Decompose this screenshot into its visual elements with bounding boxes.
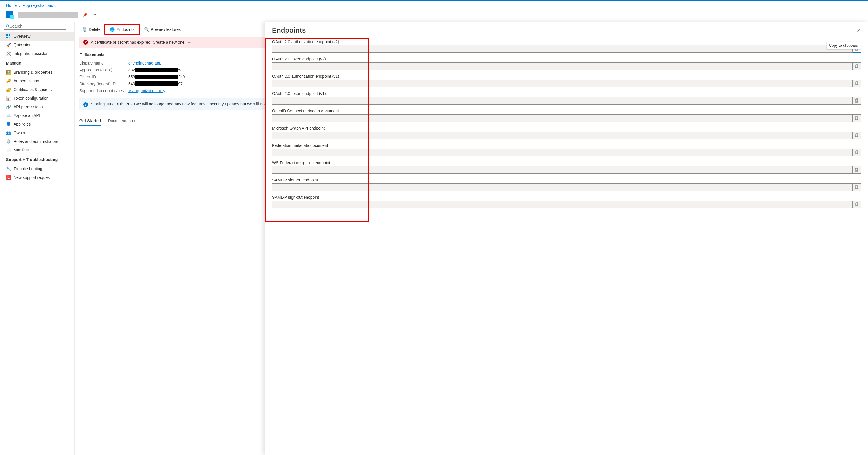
api-perm-icon: 🔗	[6, 104, 11, 109]
endpoint-input[interactable]	[272, 45, 853, 53]
sidebar-item-authentication[interactable]: 🔑Authentication	[0, 76, 74, 85]
copy-button[interactable]	[853, 184, 861, 191]
copy-button[interactable]	[853, 166, 861, 174]
copy-button[interactable]	[853, 97, 861, 104]
copy-button[interactable]	[853, 149, 861, 156]
troubleshoot-icon: 🔧	[6, 166, 11, 171]
endpoint-input[interactable]	[272, 80, 853, 87]
sidebar-item-support-request[interactable]: 🆘New support request	[0, 173, 74, 182]
section-manage-header: Manage	[0, 58, 74, 67]
endpoint-label: WS-Federation sign-on endpoint	[272, 160, 861, 165]
copy-icon	[855, 116, 859, 120]
copy-icon	[855, 98, 859, 103]
endpoint-group: OAuth 2.0 authorization endpoint (v2)	[272, 39, 861, 53]
endpoint-group: SAML-P sign-out endpoint	[272, 195, 861, 208]
breadcrumb-app-registrations[interactable]: App registrations	[23, 3, 53, 8]
sidebar-item-label: Manifest	[13, 148, 29, 152]
copy-icon	[855, 185, 859, 190]
chevron-right-icon: ›	[19, 3, 21, 8]
search-box[interactable]	[4, 23, 66, 30]
content-area: 🗑️Delete 🌐Endpoints 🔍Preview features ✕ …	[75, 22, 868, 455]
svg-point-0	[6, 25, 9, 27]
breadcrumb: Home › App registrations ›	[0, 1, 868, 10]
section-support-header: Support + Troubleshooting	[0, 154, 74, 163]
endpoint-label: OAuth 2.0 authorization endpoint (v1)	[272, 74, 861, 78]
svg-rect-5	[9, 37, 10, 38]
copy-button[interactable]	[853, 132, 861, 139]
preview-label: Preview features	[151, 27, 181, 32]
breadcrumb-home[interactable]: Home	[6, 3, 17, 8]
endpoint-label: OAuth 2.0 token endpoint (v2)	[272, 57, 861, 61]
copy-button[interactable]	[853, 201, 861, 208]
sidebar-item-label: App roles	[13, 122, 31, 126]
search-input[interactable]	[9, 24, 64, 29]
sidebar-item-certificates[interactable]: 🔐Certificates & secrets	[0, 85, 74, 94]
sidebar-item-app-roles[interactable]: 👤App roles	[0, 120, 74, 128]
sidebar-item-label: Roles and administrators	[13, 139, 58, 144]
divider	[5, 163, 69, 163]
endpoint-input[interactable]	[272, 114, 853, 122]
sidebar-item-integration[interactable]: 🛠️ Integration assistant	[0, 49, 74, 58]
sidebar-item-roles-admin[interactable]: 🛡️Roles and administrators	[0, 137, 74, 146]
sidebar-item-token[interactable]: 📊Token configuration	[0, 94, 74, 102]
pin-icon[interactable]: 📌	[83, 12, 88, 17]
endpoint-group: OAuth 2.0 authorization endpoint (v1)	[272, 74, 861, 87]
svg-rect-2	[6, 34, 8, 36]
overview-icon	[6, 34, 11, 39]
trash-icon: 🗑️	[82, 27, 87, 32]
expose-icon: ☁️	[6, 113, 11, 118]
info-icon: i	[83, 102, 88, 107]
copy-icon	[855, 150, 859, 155]
collapse-sidebar-icon[interactable]: «	[69, 24, 71, 29]
endpoint-label: OAuth 2.0 authorization endpoint (v2)	[272, 39, 861, 44]
app-icon	[6, 11, 13, 18]
copy-icon	[855, 202, 859, 207]
sidebar-item-quickstart[interactable]: 🚀 Quickstart	[0, 41, 74, 49]
sidebar-item-troubleshooting[interactable]: 🔧Troubleshooting	[0, 164, 74, 173]
svg-line-1	[8, 27, 9, 28]
supported-types-link[interactable]: My organization only	[128, 89, 165, 93]
endpoint-input[interactable]	[272, 201, 853, 208]
endpoint-input[interactable]	[272, 184, 853, 191]
sidebar-item-label: Quickstart	[13, 43, 32, 47]
endpoints-label: Endpoints	[117, 27, 134, 32]
sidebar-item-label: Branding & properties	[13, 70, 53, 74]
copy-button[interactable]	[853, 114, 861, 122]
endpoints-highlight: 🌐Endpoints	[104, 24, 140, 35]
endpoint-input[interactable]	[272, 166, 853, 174]
tab-get-started[interactable]: Get Started	[79, 116, 101, 126]
display-name-link[interactable]: chendingchao-app	[128, 61, 161, 65]
sidebar-item-overview[interactable]: Overview	[0, 32, 74, 41]
close-icon[interactable]: ✕	[857, 27, 861, 33]
endpoint-input[interactable]	[272, 97, 853, 104]
sidebar-item-owners[interactable]: 👥Owners	[0, 128, 74, 137]
sidebar-item-label: Expose an API	[13, 113, 40, 118]
preview-button[interactable]: 🔍Preview features	[141, 25, 184, 33]
app-id-prefix: e32	[128, 68, 135, 72]
sidebar-item-expose-api[interactable]: ☁️Expose an API	[0, 111, 74, 120]
sidebar-item-label: Certificates & secrets	[13, 87, 52, 92]
sidebar-item-manifest[interactable]: 📄Manifest	[0, 146, 74, 154]
svg-rect-3	[9, 34, 10, 36]
assistant-icon: 🛠️	[6, 51, 11, 56]
endpoint-input[interactable]	[272, 132, 853, 139]
error-icon: ✕	[83, 40, 88, 45]
delete-button[interactable]: 🗑️Delete	[79, 25, 103, 33]
object-id-suffix: 2b9	[178, 74, 185, 79]
panel-title: Endpoints	[272, 26, 306, 34]
tab-documentation[interactable]: Documentation	[108, 116, 135, 126]
endpoints-button[interactable]: 🌐Endpoints	[107, 25, 137, 33]
delete-label: Delete	[89, 27, 100, 32]
arrow-right-icon: →	[187, 40, 191, 45]
redacted-value	[135, 74, 178, 79]
endpoint-input[interactable]	[272, 63, 853, 70]
sidebar-item-branding[interactable]: 🖼️Branding & properties	[0, 68, 74, 76]
sidebar-item-api-permissions[interactable]: 🔗API permissions	[0, 102, 74, 111]
copy-button[interactable]	[853, 80, 861, 87]
endpoint-label: Federation metadata document	[272, 143, 861, 148]
branding-icon: 🖼️	[6, 70, 11, 74]
copy-button[interactable]	[853, 63, 861, 70]
sidebar-item-label: Integration assistant	[13, 51, 50, 56]
endpoint-input[interactable]	[272, 149, 853, 156]
more-icon[interactable]: ⋯	[92, 12, 96, 17]
